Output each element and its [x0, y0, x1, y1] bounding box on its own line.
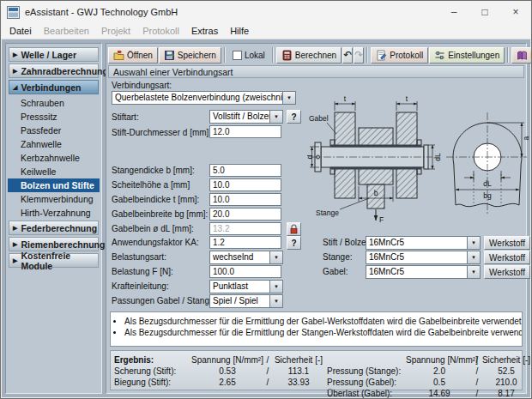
- sidebar-item-presssitz[interactable]: Presssitz: [8, 110, 100, 124]
- menu-datei[interactable]: Datei: [3, 24, 38, 38]
- belastungsart-select[interactable]: wechselnd ▼: [209, 251, 283, 264]
- gabelbein-dl-label: Gabelbein ø dL [mm]:: [112, 224, 194, 233]
- material-stange-label: Stange:: [323, 252, 352, 262]
- chevron-down-icon[interactable]: ▼: [269, 251, 283, 264]
- lokal-checkbox[interactable]: Lokal: [228, 47, 269, 63]
- verbindungsart-select[interactable]: Querbelastete Bolzenverbindung (zweischn…: [112, 91, 296, 105]
- chevron-down-icon[interactable]: ▼: [269, 280, 283, 293]
- notes-box: Als Bezugsdurchmesser für die Ermittlung…: [110, 311, 523, 347]
- sidebar-section-welle-lager[interactable]: ▶ Welle / Lager: [9, 47, 99, 62]
- chevron-down-icon[interactable]: ▼: [467, 251, 481, 264]
- krafteinleitung-label: Krafteinleitung:: [112, 281, 169, 291]
- sidebar-item-passfeder[interactable]: Passfeder: [8, 124, 100, 137]
- sidebar-item-bolzen-und-stifte[interactable]: Bolzen und Stifte: [8, 178, 100, 192]
- chevron-down-icon[interactable]: ▼: [282, 91, 296, 105]
- scheitelhoehe-input[interactable]: [209, 178, 281, 191]
- window-title: eAssistant - GWJ Technology GmbH: [25, 7, 178, 17]
- application-window: eAssistant - GWJ Technology GmbH – □ × D…: [0, 0, 532, 399]
- result-label: Scherung (Stift):: [114, 366, 191, 377]
- chevron-down-icon[interactable]: ▼: [269, 294, 283, 308]
- redo-button: ↷: [354, 47, 364, 63]
- content-panel: Öffnen Speichern Lokal: [106, 43, 527, 394]
- save-button[interactable]: Speichern: [159, 47, 221, 63]
- stiftart-label: Stiftart:: [112, 112, 139, 122]
- passungen-label: Passungen Gabel / Stange:: [112, 296, 216, 305]
- dim-b-label: b: [374, 189, 378, 197]
- dim-t-label: t: [344, 95, 347, 103]
- belastung-label: Belastung F [N]:: [112, 267, 173, 276]
- material-gabel-select[interactable]: 16MnCr5 ▼: [366, 265, 481, 279]
- results-title: Ergebnis:: [114, 354, 191, 366]
- material-stift-select[interactable]: 16MnCr5 ▼: [366, 236, 481, 250]
- toolbar-separator: [366, 47, 368, 63]
- anwendungsfaktor-input[interactable]: [209, 236, 281, 249]
- stiftart-help-button[interactable]: ?: [287, 110, 301, 124]
- dim-bg-label: bg: [483, 191, 492, 200]
- minimize-button[interactable]: –: [438, 1, 469, 23]
- menu-bar: Datei Bearbeiten Projekt Protokoll Extra…: [1, 23, 531, 39]
- stift-durchmesser-input[interactable]: [209, 125, 281, 138]
- menu-projekt: Projekt: [95, 24, 136, 38]
- stangendicke-input[interactable]: [209, 164, 281, 177]
- sidebar-section-kostenfreie-module[interactable]: ▶ Kostenfreie Module: [9, 253, 99, 268]
- menu-extras[interactable]: Extras: [185, 24, 224, 38]
- sidebar-item-hirth-verzahnung[interactable]: Hirth-Verzahnung: [8, 206, 100, 220]
- gabelbeindicke-label: Gabelbeindicke t [mm]:: [112, 195, 199, 204]
- sidebar-item-schrauben[interactable]: Schrauben: [8, 96, 100, 110]
- help-button[interactable]: Hilfe: [511, 47, 532, 63]
- gabelbeinbreite-label: Gabelbeinbreite bg [mm]:: [112, 209, 208, 219]
- result-sicherheit: 210.0: [481, 377, 531, 388]
- connection-diagram: t t d dL b F Gabel Stange: [307, 95, 530, 224]
- open-button[interactable]: Öffnen: [108, 47, 158, 63]
- dim-a-label: a: [522, 136, 530, 140]
- calculate-button[interactable]: Berechnen: [276, 47, 342, 63]
- menu-hilfe[interactable]: Hilfe: [224, 24, 255, 38]
- result-label: Biegung (Stift):: [114, 377, 191, 388]
- protocol-button[interactable]: Protokoll: [371, 47, 428, 63]
- anwendungsfaktor-help-button[interactable]: ?: [287, 236, 301, 250]
- results-left: Ergebnis: Spannung [N/mm²] / Sicherheit …: [114, 354, 325, 388]
- gabelbeinbreite-input[interactable]: [209, 208, 281, 221]
- maximize-button[interactable]: □: [469, 1, 500, 23]
- save-icon: [164, 50, 175, 61]
- undo-button[interactable]: ↶: [342, 47, 353, 63]
- passungen-select[interactable]: Spiel / Spiel ▼: [209, 294, 283, 308]
- krafteinleitung-value: Punktlast: [209, 280, 269, 293]
- material-gabel-werkstoff-button[interactable]: Werkstoff: [484, 265, 530, 279]
- calculator-icon: [281, 50, 293, 61]
- gabelbein-dl-input: [209, 222, 281, 235]
- sidebar-item-keilwelle[interactable]: Keilwelle: [8, 165, 100, 178]
- toolbar-separator: [507, 47, 509, 63]
- sidebar-section-zahnradberechnung[interactable]: ▶ Zahnradberechnung: [9, 63, 99, 78]
- krafteinleitung-select[interactable]: Punktlast ▼: [209, 280, 283, 293]
- chevron-down-icon[interactable]: ▼: [467, 236, 481, 250]
- help-book-icon: [517, 50, 528, 61]
- gabelbeindicke-input[interactable]: [209, 193, 281, 206]
- sidebar-item-kerbzahnwelle[interactable]: Kerbzahnwelle: [8, 151, 100, 165]
- sidebar-section-federberechnung[interactable]: ▶ Federberechnung: [9, 221, 99, 235]
- stangendicke-label: Stangendicke b [mm]:: [112, 166, 195, 175]
- result-sicherheit: 33.93: [272, 377, 325, 388]
- dim-d-label: d: [307, 154, 314, 159]
- chevron-down-icon[interactable]: ▼: [467, 265, 481, 279]
- sidebar-section-verbindungen[interactable]: ◢ Verbindungen: [9, 80, 99, 94]
- material-stange-select[interactable]: 16MnCr5 ▼: [366, 251, 481, 264]
- spannung-header: Spannung [N/mm²]: [191, 354, 263, 366]
- result-spannung: 0.53: [191, 366, 263, 377]
- stiftart-select[interactable]: Vollstift / Bolzen ▼: [209, 110, 283, 124]
- material-stange-werkstoff-button[interactable]: Werkstoff: [484, 251, 530, 264]
- stift-durchmesser-label: Stift-Durchmesser d [mm]:: [112, 128, 211, 137]
- sidebar-section-riemenberechnung[interactable]: ▶ Riemenberechnung: [9, 237, 99, 251]
- chevron-down-icon[interactable]: ▼: [269, 110, 283, 124]
- chevron-right-icon: ▶: [13, 225, 17, 231]
- close-button[interactable]: ×: [500, 1, 531, 23]
- passungen-value: Spiel / Spiel: [209, 294, 269, 308]
- menu-protokoll: Protokoll: [136, 24, 185, 38]
- sidebar-item-zahnwelle[interactable]: Zahnwelle: [8, 137, 100, 151]
- settings-button[interactable]: Einstellungen: [429, 47, 505, 63]
- gabelbein-dl-lock-button[interactable]: [287, 222, 301, 236]
- belastungsart-label: Belastungsart:: [112, 252, 166, 262]
- sidebar-item-klemmverbindung[interactable]: Klemmverbindung: [8, 192, 100, 206]
- belastung-input[interactable]: [209, 265, 281, 278]
- material-stift-werkstoff-button[interactable]: Werkstoff: [484, 236, 530, 250]
